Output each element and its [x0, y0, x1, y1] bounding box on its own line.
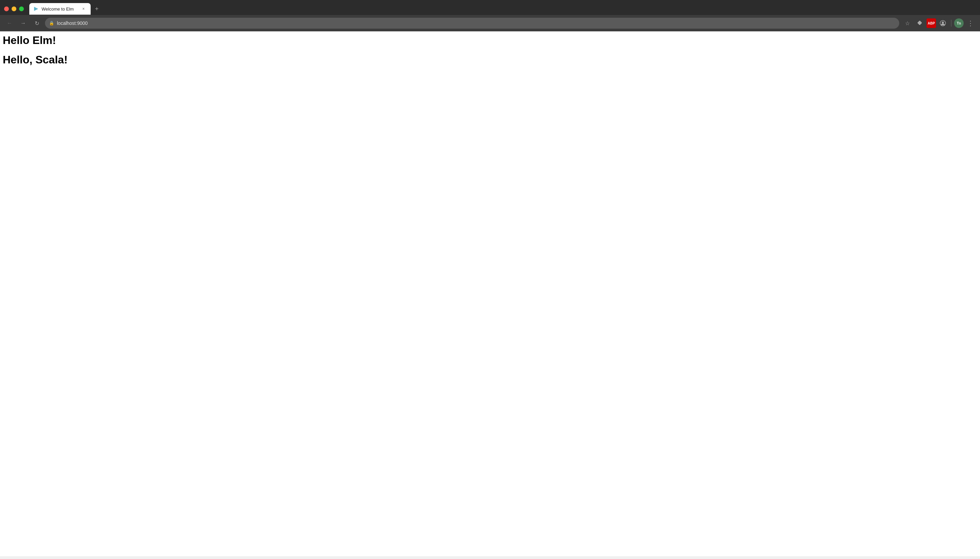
address-bar[interactable]: 🔒 localhost:9000 — [45, 18, 899, 29]
extensions-button[interactable] — [914, 18, 925, 29]
tab-bar: Welcome to Elm × + — [29, 3, 976, 15]
tab-title: Welcome to Elm — [41, 7, 78, 12]
window-controls — [4, 7, 24, 11]
profile-icon-button[interactable] — [937, 18, 948, 29]
menu-button[interactable]: ⋮ — [965, 18, 976, 29]
user-avatar-button[interactable]: Tn — [954, 18, 964, 28]
maximize-window-button[interactable] — [19, 7, 24, 11]
tab-favicon-icon — [33, 6, 39, 12]
bookmark-button[interactable]: ☆ — [902, 18, 913, 29]
forward-button[interactable]: → — [18, 18, 29, 29]
close-window-button[interactable] — [4, 7, 9, 11]
tab-close-button[interactable]: × — [81, 6, 87, 12]
active-tab[interactable]: Welcome to Elm × — [29, 3, 91, 15]
toolbar-right: ☆ ABP Tn ⋮ — [902, 18, 976, 29]
address-text: localhost:9000 — [57, 20, 895, 26]
horizontal-scrollbar[interactable] — [0, 556, 980, 559]
title-bar: Welcome to Elm × + — [0, 0, 980, 15]
svg-marker-0 — [34, 7, 38, 11]
browser-chrome: Welcome to Elm × + ← → ↻ 🔒 localhost:900… — [0, 0, 980, 31]
svg-point-2 — [942, 22, 944, 23]
nav-bar: ← → ↻ 🔒 localhost:9000 ☆ ABP — [0, 15, 980, 31]
hello-elm-heading: Hello Elm! — [3, 34, 977, 47]
new-tab-button[interactable]: + — [92, 4, 102, 14]
back-button[interactable]: ← — [4, 18, 15, 29]
page-content: Hello Elm! Hello, Scala! — [0, 31, 980, 559]
adblock-plus-button[interactable]: ABP — [927, 18, 936, 28]
secure-icon: 🔒 — [49, 21, 54, 26]
reload-button[interactable]: ↻ — [31, 18, 42, 29]
hello-scala-heading: Hello, Scala! — [3, 53, 977, 66]
minimize-window-button[interactable] — [12, 7, 16, 11]
